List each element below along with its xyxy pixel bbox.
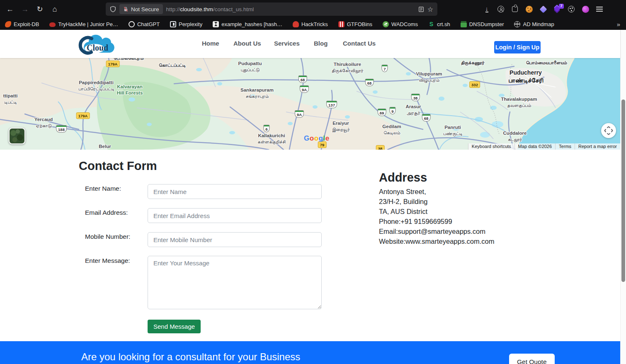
login-signup-button[interactable]: Login / Sign Up	[494, 41, 541, 53]
address-line: 23/H-2, Building	[379, 197, 494, 206]
address-line: Website:www.smarteyeapps.com.com	[379, 236, 494, 246]
map-place-label: KalvarayanHill Forests	[117, 84, 143, 96]
url-text[interactable]: http://cloudsite.thm/contact_us.html	[166, 6, 254, 12]
bookmark-label: DNSDumpster	[469, 21, 504, 27]
bookmark-favicon	[293, 21, 299, 27]
google-logo[interactable]: Google	[304, 134, 330, 143]
road-badge: 179A	[106, 61, 120, 67]
road-badge: 9A	[300, 85, 309, 93]
bookmarks-overflow-icon[interactable]: »	[617, 18, 620, 30]
proxy-extension-icon[interactable]	[581, 5, 590, 13]
wappalyzer-extension-icon[interactable]: 7	[553, 5, 561, 13]
email-input[interactable]	[148, 208, 322, 223]
cloud-logo[interactable]: Cloud	[77, 32, 118, 56]
map-attribution-link[interactable]: Keyboard shortcuts	[468, 143, 514, 150]
bookmark-item[interactable]: GTFOBins	[338, 21, 372, 27]
road-badge: 137	[326, 101, 337, 108]
cta-band: Are you looking for a consultant for you…	[0, 341, 620, 364]
bookmark-favicon	[461, 22, 467, 27]
bookmark-item[interactable]: WADComs	[383, 21, 418, 27]
reader-view-icon[interactable]	[418, 6, 424, 12]
bookmark-label: Exploit-DB	[14, 21, 39, 27]
page-content: Cloud HomeAbout UsServicesBlogContact Us…	[0, 30, 626, 364]
bookmark-item[interactable]: ChatGPT	[129, 21, 160, 27]
downloads-icon[interactable]: ↓	[483, 5, 491, 13]
map-attribution-link[interactable]: Report a map error	[575, 143, 620, 150]
bookmark-favicon	[213, 21, 219, 27]
security-chip[interactable]: Not Secure	[119, 4, 163, 14]
map-attribution-link[interactable]: Terms	[555, 143, 575, 150]
bookmark-item[interactable]: Exploit-DB	[5, 21, 39, 27]
road-badge: 69	[378, 109, 386, 116]
gradient-diamond-extension-icon[interactable]	[539, 5, 547, 13]
bookmark-label: example_hashes [hash…	[221, 21, 282, 27]
map-attribution-link[interactable]: Map data ©2026	[514, 143, 556, 150]
bookmark-item[interactable]: Perplexity	[170, 21, 202, 27]
bookmark-item[interactable]: DNSDumpster	[461, 21, 504, 27]
back-icon[interactable]: ←	[4, 3, 16, 15]
bookmark-star-icon[interactable]: ☆	[427, 5, 433, 13]
road-badge: 38	[376, 145, 385, 150]
logo-text: Cloud	[87, 43, 108, 52]
get-quote-button[interactable]: Get Quote	[509, 354, 555, 364]
reload-icon[interactable]: ↻	[34, 3, 46, 15]
bookmark-label: crt.sh	[437, 21, 450, 27]
map-place-label: Panrutiபண்ருட்டி	[443, 124, 462, 137]
bookmark-favicon	[428, 21, 434, 27]
address-bar[interactable]: Not Secure http://cloudsite.thm/contact_…	[106, 2, 437, 16]
send-message-button[interactable]: Send Message	[148, 320, 201, 333]
road-badge: 68	[365, 79, 374, 86]
map-place-label: Pudupattuபுதுப்பட்டு	[238, 61, 262, 73]
map-pan-control[interactable]	[601, 123, 616, 138]
road-badge: 38	[411, 94, 420, 101]
message-textarea[interactable]	[148, 256, 322, 309]
email-label: Email Address:	[85, 209, 128, 216]
road-badge: 188	[56, 125, 67, 133]
account-icon[interactable]	[497, 5, 505, 13]
address-line: Email:support@smarteyeapps.com	[379, 226, 494, 236]
map-place-label: Arasurஅரசூர்	[405, 104, 421, 116]
bookmark-favicon	[49, 22, 56, 27]
road-badge: 179A	[76, 112, 90, 119]
bookmark-item[interactable]: example_hashes [hash…	[213, 21, 282, 27]
bookmark-item[interactable]: crt.sh	[428, 21, 450, 27]
nav-link[interactable]: About Us	[233, 40, 261, 47]
nav-link[interactable]: Home	[202, 40, 219, 47]
forward-icon[interactable]: →	[19, 3, 31, 15]
bookmark-item[interactable]: TryHackMe | Junior Pe…	[49, 21, 118, 27]
address-heading: Address	[379, 171, 427, 184]
bookmark-item[interactable]: HackTricks	[293, 21, 328, 27]
browser-toolbar: ← → ↻ ⌂ Not Secure http://cloudsite.thm/…	[0, 0, 626, 18]
mobile-input[interactable]	[148, 232, 322, 247]
pizza-extension-icon[interactable]	[525, 5, 533, 13]
browser-window: ← → ↻ ⌂ Not Secure http://cloudsite.thm/…	[0, 0, 626, 364]
map-place-label: திருக்கணூர்	[461, 60, 484, 66]
home-icon[interactable]: ⌂	[49, 3, 61, 15]
page-scrollbar-thumb[interactable]	[621, 99, 625, 282]
bookmark-item[interactable]: AD Mindmap	[514, 21, 554, 27]
road-badge: 332	[469, 81, 480, 88]
name-input[interactable]	[148, 184, 322, 199]
nav-link[interactable]: Contact Us	[343, 40, 376, 47]
nav-link[interactable]: Services	[274, 40, 300, 47]
pan-arrows-icon	[604, 126, 613, 135]
map-place-label: Puducherryபாண்டிச்சேரி	[508, 69, 543, 85]
map-place-label: Kallakurichiகள்ளக்குறிச்சி	[257, 133, 286, 145]
security-label: Not Secure	[131, 6, 159, 12]
google-map[interactable]: பே.மல்லேபுரம் கொட்டப்பட்டி Pudupattuபுது…	[0, 58, 620, 150]
site-header: Cloud HomeAbout UsServicesBlogContact Us…	[0, 30, 620, 58]
road-badge: 68	[298, 75, 307, 83]
menu-icon[interactable]	[595, 5, 604, 13]
nav-link[interactable]: Blog	[314, 40, 328, 47]
road-badge: 68	[422, 114, 431, 121]
satellite-view-toggle[interactable]	[9, 128, 25, 144]
bookmark-label: AD Mindmap	[523, 21, 554, 27]
cookie-extension-icon[interactable]	[567, 5, 575, 13]
tracking-shield-icon[interactable]	[110, 6, 116, 12]
cta-heading: Are you looking for a consultant for you…	[81, 351, 300, 363]
bookmark-favicon	[5, 21, 11, 27]
message-label: Enter Message:	[85, 257, 130, 265]
map-place-label: Thavalakuppamதவளகுப்பம்	[501, 96, 537, 109]
extensions-puzzle-icon[interactable]	[511, 5, 519, 13]
bookmarks-bar: Exploit-DB TryHackMe | Junior Pe… ChatGP…	[0, 18, 626, 30]
